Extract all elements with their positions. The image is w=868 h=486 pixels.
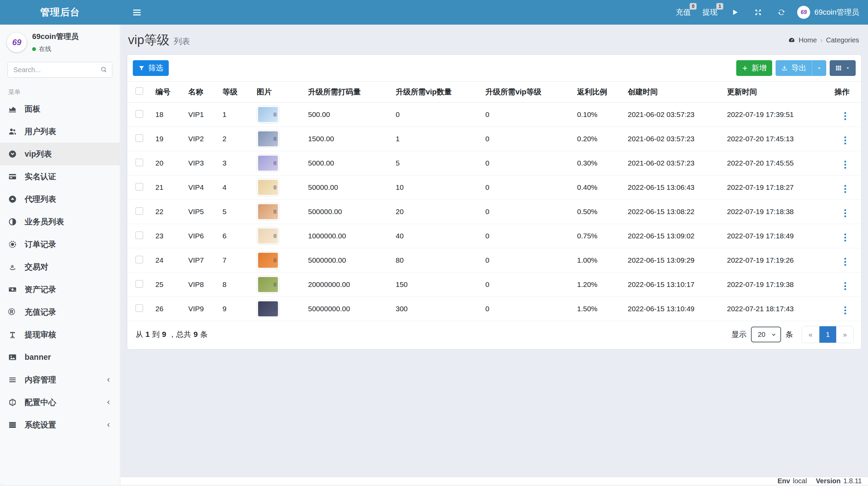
row-checkbox[interactable] bbox=[136, 134, 143, 142]
row-checkbox[interactable] bbox=[136, 304, 143, 312]
cell-id: 19 bbox=[151, 127, 184, 151]
breadcrumb-home-link[interactable]: Home bbox=[799, 36, 817, 44]
nav-withdraw-link[interactable]: 提现 1 bbox=[697, 0, 723, 25]
sidebar-item-agents[interactable]: 代理列表 bbox=[0, 188, 120, 210]
export-button[interactable]: 导出 bbox=[776, 60, 812, 76]
cell-updated-at: 2022-07-20 17:45:13 bbox=[723, 127, 826, 151]
row-actions-button[interactable] bbox=[841, 110, 850, 122]
row-actions-button[interactable] bbox=[841, 280, 850, 292]
sidebar-item-content[interactable]: 内容管理 bbox=[0, 368, 120, 391]
column-header-vip-level: 升级所需vip等级 bbox=[481, 82, 573, 103]
play-button[interactable] bbox=[723, 0, 746, 25]
svg-text:a: a bbox=[11, 263, 14, 269]
row-select-cell bbox=[127, 127, 151, 151]
columns-button[interactable] bbox=[830, 60, 856, 76]
row-actions-button[interactable] bbox=[841, 134, 850, 146]
row-checkbox[interactable] bbox=[136, 256, 143, 263]
refresh-button[interactable] bbox=[770, 0, 793, 25]
cell-created-at: 2022-06-15 13:06:43 bbox=[624, 175, 723, 200]
row-select-cell bbox=[127, 103, 151, 127]
sidebar-item-dashboard[interactable]: 面板 bbox=[0, 97, 120, 120]
table-row: 19VIP221500.00100.20%2021-06-02 03:57:23… bbox=[127, 127, 861, 151]
sidebar-item-kyc[interactable]: 实名认证 bbox=[0, 165, 120, 188]
row-actions-button[interactable] bbox=[841, 183, 850, 195]
vip-image-thumbnail[interactable] bbox=[257, 251, 279, 269]
row-checkbox[interactable] bbox=[136, 110, 143, 118]
page-size-select[interactable]: 20 bbox=[751, 327, 781, 342]
sidebar-item-label: 代理列表 bbox=[25, 194, 56, 205]
add-button[interactable]: 新增 bbox=[736, 60, 772, 76]
cell-vip-count: 20 bbox=[392, 200, 481, 224]
row-checkbox[interactable] bbox=[136, 280, 143, 288]
sidebar-item-assets[interactable]: 资产记录 bbox=[0, 278, 120, 301]
row-actions-button[interactable] bbox=[841, 207, 850, 219]
next-page-button[interactable]: » bbox=[836, 326, 853, 343]
vip-image-thumbnail[interactable] bbox=[257, 179, 279, 196]
sidebar-item-system[interactable]: 系统设置 bbox=[0, 413, 120, 436]
vip-image-thumbnail[interactable] bbox=[257, 203, 279, 221]
sidebar-item-salesmen[interactable]: 业务员列表 bbox=[0, 210, 120, 233]
prev-page-button[interactable]: « bbox=[802, 326, 819, 343]
version-label: Version bbox=[816, 477, 841, 485]
sidebar-user-name: 69coin管理员 bbox=[32, 31, 79, 42]
sidebar-item-users[interactable]: 用户列表 bbox=[0, 120, 120, 143]
sidebar-item-label: 交易对 bbox=[25, 262, 48, 272]
sidebar-item-orders[interactable]: 订单记录 bbox=[0, 233, 120, 255]
vip-image-thumbnail[interactable] bbox=[257, 276, 279, 293]
brand-title[interactable]: 管理后台 bbox=[0, 6, 120, 19]
ellipsis-dot bbox=[844, 306, 846, 308]
sidebar: 69 69coin管理员 在线 菜单 面板用户列表vip列表实名认证代理列表业务… bbox=[0, 25, 120, 485]
pagination-info: 从1到9，总共9条 bbox=[136, 329, 208, 340]
search-input[interactable] bbox=[8, 62, 112, 78]
sidebar-toggle-button[interactable] bbox=[130, 5, 144, 20]
row-checkbox[interactable] bbox=[136, 159, 143, 166]
cell-vip-level: 0 bbox=[481, 151, 573, 175]
row-actions-button[interactable] bbox=[841, 159, 850, 171]
vip-image-thumbnail[interactable] bbox=[257, 227, 279, 245]
table-row: 18VIP11500.00000.10%2021-06-02 03:57:232… bbox=[127, 103, 861, 127]
cell-bet-amount: 500000.00 bbox=[304, 200, 392, 224]
row-checkbox[interactable] bbox=[136, 207, 143, 215]
sidebar-item-label: vip列表 bbox=[25, 149, 52, 159]
row-checkbox[interactable] bbox=[136, 183, 143, 191]
vip-image-thumbnail[interactable] bbox=[257, 154, 279, 172]
sidebar-search bbox=[8, 62, 112, 78]
cell-actions bbox=[826, 248, 861, 273]
cell-created-at: 2021-06-02 03:57:23 bbox=[624, 103, 723, 127]
sidebar-item-banner[interactable]: banner bbox=[0, 346, 120, 368]
chevron-down-icon bbox=[771, 332, 776, 337]
export-dropdown-toggle[interactable] bbox=[812, 60, 826, 76]
sidebar-item-withdraw-audit[interactable]: 提现审核 bbox=[0, 323, 120, 346]
row-actions-button[interactable] bbox=[841, 232, 850, 244]
sidebar-item-config[interactable]: 配置中心 bbox=[0, 391, 120, 413]
vip-image-thumbnail[interactable] bbox=[257, 106, 279, 123]
ellipsis-dot bbox=[844, 282, 846, 284]
sidebar-item-vip[interactable]: vip列表 bbox=[0, 143, 120, 165]
nav-recharge-link[interactable]: 充值 0 bbox=[670, 0, 697, 25]
cell-name: VIP7 bbox=[184, 248, 218, 273]
select-all-checkbox[interactable] bbox=[136, 87, 143, 95]
chevron-left-icon bbox=[106, 399, 112, 405]
row-actions-button[interactable] bbox=[841, 304, 850, 316]
page-1-button[interactable]: 1 bbox=[819, 326, 836, 343]
cell-level: 8 bbox=[218, 273, 253, 297]
fullscreen-button[interactable] bbox=[746, 0, 770, 25]
filter-button[interactable]: 筛选 bbox=[133, 60, 169, 76]
cell-name: VIP8 bbox=[184, 273, 218, 297]
column-header-id: 编号 bbox=[151, 82, 184, 103]
table-card: 筛选 新增 导出 bbox=[127, 55, 861, 349]
row-actions-button[interactable] bbox=[841, 256, 850, 268]
cell-actions bbox=[826, 297, 861, 321]
row-select-cell bbox=[127, 224, 151, 248]
sidebar-item-pairs[interactable]: a交易对 bbox=[0, 255, 120, 278]
row-checkbox[interactable] bbox=[136, 232, 143, 239]
cell-created-at: 2021-06-02 03:57:23 bbox=[624, 151, 723, 175]
ellipsis-dot bbox=[844, 234, 846, 235]
sidebar-item-recharge[interactable]: ®充值记录 bbox=[0, 301, 120, 323]
cell-id: 24 bbox=[151, 248, 184, 273]
cell-vip-level: 0 bbox=[481, 297, 573, 321]
navbar-user-menu[interactable]: 69 69coin管理员 bbox=[797, 6, 859, 19]
cell-level: 2 bbox=[218, 127, 253, 151]
vip-image-thumbnail[interactable] bbox=[257, 300, 279, 318]
vip-image-thumbnail[interactable] bbox=[257, 130, 279, 148]
